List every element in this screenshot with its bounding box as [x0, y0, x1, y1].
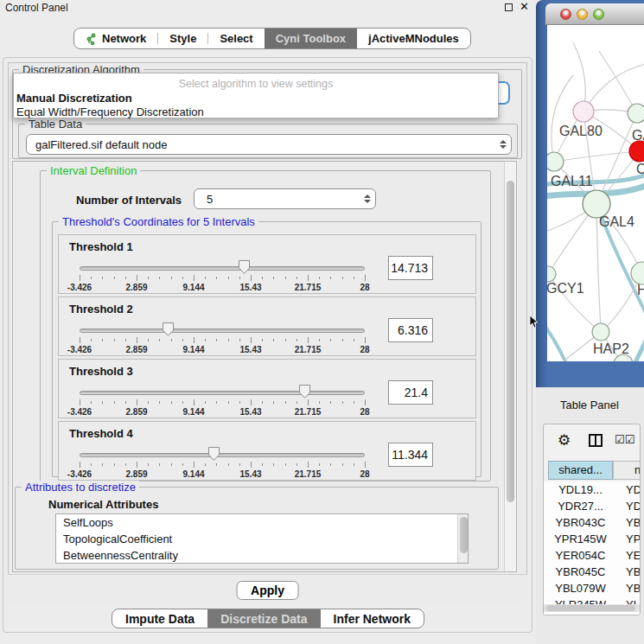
slider-thumb[interactable]: [298, 384, 311, 399]
slider-tick: [354, 339, 354, 341]
table-row[interactable]: YDL19...YDL1: [544, 481, 640, 498]
attribute-item[interactable]: TopologicalCoefficient: [56, 531, 468, 547]
table-row[interactable]: YPR145WYPR1: [544, 531, 640, 547]
list-scrollbar[interactable]: [457, 514, 468, 563]
slider-tick: [80, 399, 80, 405]
table-panel-area: Table Panel ⚙ ☑☑ shared... na YDL19...YD…: [536, 387, 644, 644]
network-node[interactable]: [631, 262, 644, 284]
slider-tick: [205, 401, 206, 404]
threshold-4-value-field[interactable]: 11.344: [388, 443, 433, 467]
algorithm-dropdown-popup: Select algorithm to view settings Manual…: [13, 73, 499, 118]
gear-icon[interactable]: ⚙: [558, 431, 571, 450]
slider-track[interactable]: [80, 453, 365, 457]
algorithm-option-manual[interactable]: Manual Discretization: [16, 92, 132, 105]
threshold-2-panel: Threshold 2 -3.4262.8599.14415.4321.7152…: [58, 296, 476, 356]
table-cell: YDL1: [626, 481, 641, 498]
table-row[interactable]: YER054CYER0: [544, 547, 640, 564]
slider-tick-label: 2.859: [125, 345, 147, 354]
table-row[interactable]: YBL079WYBL0: [544, 580, 640, 596]
slider-tick: [365, 462, 366, 468]
slider-tick: [114, 463, 115, 466]
tab-select[interactable]: Select: [208, 29, 264, 48]
slider-tick: [125, 277, 126, 279]
table-row[interactable]: YDR27...YDR2: [544, 498, 640, 514]
slider-track[interactable]: [80, 328, 365, 333]
slider-tick-labels: -3.4262.8599.14415.4321.71528: [80, 469, 365, 480]
slider-tick: [171, 277, 172, 279]
table-row[interactable]: YIL052CYIL0: [544, 613, 640, 615]
network-node[interactable]: [547, 266, 556, 282]
slider-thumb[interactable]: [238, 259, 251, 275]
attribute-item[interactable]: SelfLoops: [56, 514, 468, 531]
table-data-combobox[interactable]: galFiltered.sif default node: [26, 134, 512, 155]
slider-tick: [365, 275, 366, 281]
settings-scrollbar[interactable]: [504, 162, 516, 571]
tab-network[interactable]: Network: [74, 29, 157, 48]
table-row[interactable]: YBR043CYBR0: [544, 514, 640, 531]
table-hscrollbar-thumb[interactable]: [546, 605, 635, 611]
threshold-1-value-field[interactable]: 14.713: [388, 256, 433, 280]
threshold-2-value-field[interactable]: 6.316: [388, 318, 433, 342]
algorithm-option-equal-width[interactable]: Equal Width/Frequency Discretization: [16, 105, 204, 118]
threshold-4-slider[interactable]: -3.4262.8599.14415.4321.71528: [80, 422, 365, 481]
slider-tick: [239, 401, 240, 404]
list-scrollbar-thumb[interactable]: [460, 517, 468, 553]
table-row[interactable]: YBR045CYBR0: [544, 564, 640, 580]
slider-track[interactable]: [80, 266, 365, 271]
number-of-intervals-combobox[interactable]: 5: [194, 188, 376, 209]
tab-impute-data[interactable]: Impute Data: [112, 609, 207, 628]
column-header-shared[interactable]: shared...: [548, 461, 613, 480]
tab-cyni-toolbox[interactable]: Cyni Toolbox: [265, 29, 357, 48]
slider-tick: [319, 463, 320, 466]
table-horizontal-scrollbar[interactable]: [544, 604, 640, 612]
close-traffic-light-icon[interactable]: [560, 9, 571, 20]
tab-jactivemnodules-label: jActiveMNodules: [368, 32, 459, 45]
tab-style[interactable]: Style: [158, 29, 207, 48]
tab-infer-network[interactable]: Infer Network: [321, 609, 424, 628]
checkbox-checked-icons[interactable]: ☑☑: [615, 433, 634, 446]
tab-network-label: Network: [102, 32, 146, 45]
numerical-attributes-list[interactable]: SelfLoopsTopologicalCoefficientBetweenne…: [55, 513, 469, 564]
settings-scrollbar-thumb[interactable]: [507, 181, 514, 502]
slider-thumb[interactable]: [207, 446, 220, 462]
network-node[interactable]: [592, 323, 609, 341]
slider-tick-label: -3.426: [67, 345, 92, 354]
float-window-icon[interactable]: [505, 3, 513, 11]
zoom-traffic-light-icon[interactable]: [593, 9, 604, 20]
network-edge[interactable]: [552, 75, 573, 162]
table-cell: YBR0: [626, 514, 641, 531]
slider-track[interactable]: [80, 391, 365, 395]
column-header-name[interactable]: na: [613, 461, 641, 480]
threshold-1-slider[interactable]: -3.4262.8599.14415.4321.71528: [80, 235, 365, 295]
split-columns-icon[interactable]: [589, 434, 603, 447]
slider-tick: [239, 277, 240, 279]
network-edge[interactable]: [554, 151, 640, 162]
network-window-titlebar[interactable]: [545, 3, 644, 25]
apply-button[interactable]: Apply: [236, 581, 299, 600]
network-edge-highlighted[interactable]: [632, 329, 644, 361]
slider-tick-label: 28: [360, 345, 369, 354]
close-icon[interactable]: ✕: [520, 0, 529, 13]
slider-thumb[interactable]: [162, 322, 175, 337]
slider-tick: [308, 337, 309, 343]
slider-tick: [148, 277, 149, 279]
table-panel-title: Table Panel: [560, 399, 619, 411]
network-node[interactable]: [547, 152, 564, 171]
network-canvas[interactable]: GAL80GACGAL11GAL4GCY1HHAP2: [547, 25, 644, 361]
network-edge-highlighted[interactable]: [547, 323, 570, 361]
table-cell: YBR043C: [548, 514, 613, 531]
network-node[interactable]: [628, 104, 644, 123]
slider-tick-label: 15.43: [239, 469, 261, 479]
attribute-item[interactable]: BetweennessCentrality: [56, 547, 468, 564]
threshold-2-slider[interactable]: -3.4262.8599.14415.4321.71528: [80, 297, 365, 357]
tab-discretize-data[interactable]: Discretize Data: [207, 609, 320, 628]
network-edge[interactable]: [599, 51, 637, 113]
minimize-traffic-light-icon[interactable]: [577, 9, 588, 20]
tab-jactivemnodules[interactable]: jActiveMNodules: [357, 29, 470, 48]
threshold-3-slider[interactable]: -3.4262.8599.14415.4321.71528: [80, 360, 365, 419]
slider-tick-label: 15.43: [239, 345, 261, 354]
network-node[interactable]: [573, 101, 594, 122]
slider-tick: [262, 339, 263, 341]
threshold-3-value-field[interactable]: 21.4: [388, 380, 433, 405]
slider-tick: [148, 463, 149, 466]
